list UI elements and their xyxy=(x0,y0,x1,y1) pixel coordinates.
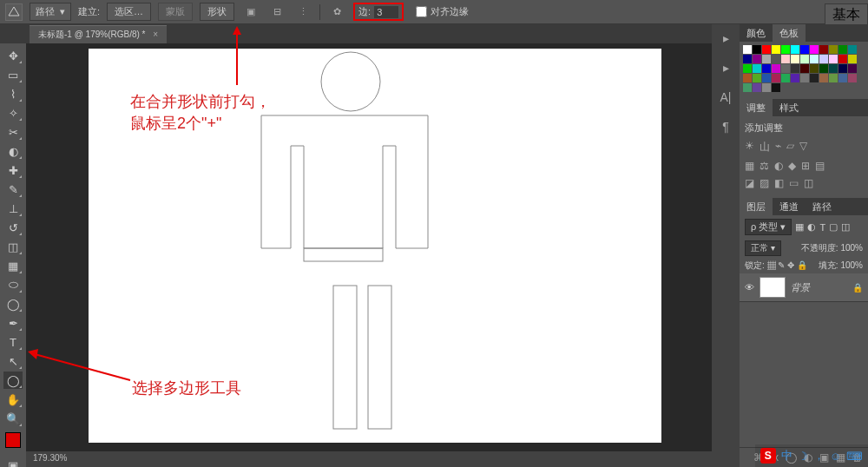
swatch[interactable] xyxy=(838,74,847,82)
dock-paragraph-icon[interactable]: ¶ xyxy=(717,118,734,135)
tab-paths[interactable]: 路径 xyxy=(806,198,838,216)
ime-lang[interactable]: 中 xyxy=(781,448,792,464)
swatch[interactable] xyxy=(753,55,761,63)
path-select-tool[interactable]: ↖ xyxy=(3,352,23,370)
adj-exposure-icon[interactable]: ▱ xyxy=(786,140,794,155)
adj-mixer-icon[interactable]: ⊞ xyxy=(801,160,810,172)
adj-poster-icon[interactable]: ▨ xyxy=(760,177,769,189)
document-tab[interactable]: 未标题-1 @ 179%(RGB/8) * × xyxy=(30,25,167,43)
dodge-tool[interactable]: ◯ xyxy=(3,295,23,312)
stamp-tool[interactable]: ⊥ xyxy=(3,200,23,217)
opacity-value[interactable]: 100% xyxy=(840,243,863,253)
swatch[interactable] xyxy=(762,64,771,73)
swatch[interactable] xyxy=(772,64,780,73)
swatch[interactable] xyxy=(791,74,799,82)
move-tool[interactable]: ✥ xyxy=(3,47,23,64)
swatch[interactable] xyxy=(848,64,857,73)
swatch[interactable] xyxy=(743,55,752,63)
adj-bw-icon[interactable]: ◐ xyxy=(774,160,783,172)
swatch[interactable] xyxy=(819,55,828,63)
workspace-basic-button[interactable]: 基本 xyxy=(825,3,868,27)
swatch[interactable] xyxy=(848,55,857,63)
adj-brightness-icon[interactable]: ☀ xyxy=(745,140,754,155)
swatch[interactable] xyxy=(762,74,771,82)
swatch[interactable] xyxy=(838,64,847,73)
swatch[interactable] xyxy=(829,74,838,82)
swatch[interactable] xyxy=(753,45,761,54)
adj-lookup-icon[interactable]: ▤ xyxy=(815,160,825,172)
filter-smart-icon[interactable]: ◫ xyxy=(841,221,850,233)
heal-tool[interactable]: ✚ xyxy=(3,161,23,179)
swatch[interactable] xyxy=(810,64,819,73)
swatch[interactable] xyxy=(829,55,838,63)
polygon-shape-tool[interactable]: ◯ xyxy=(3,372,23,389)
swatch[interactable] xyxy=(772,74,780,82)
mode-dropdown[interactable]: 路径 ▾ xyxy=(30,3,71,21)
filter-shape-icon[interactable]: ▢ xyxy=(829,221,838,233)
swatch[interactable] xyxy=(810,55,819,63)
swatch[interactable] xyxy=(819,64,828,73)
swatch[interactable] xyxy=(838,45,847,54)
lock-pos-icon[interactable]: ✥ xyxy=(787,260,794,270)
swatch[interactable] xyxy=(762,45,771,54)
eraser-tool[interactable]: ◫ xyxy=(3,238,23,255)
swatch[interactable] xyxy=(810,74,819,82)
layer-thumb[interactable] xyxy=(760,277,786,298)
blend-mode-select[interactable]: 正常 ▾ xyxy=(745,240,781,256)
history-brush-tool[interactable]: ↺ xyxy=(3,219,23,236)
tab-adjustments[interactable]: 调整 xyxy=(740,99,773,117)
swatch[interactable] xyxy=(762,55,771,63)
shape-button[interactable]: 形状 xyxy=(200,3,234,21)
swatch[interactable] xyxy=(743,64,752,73)
swatch[interactable] xyxy=(781,74,790,82)
ime-moon-icon[interactable]: ☽ xyxy=(798,450,808,463)
swatch[interactable] xyxy=(781,55,790,63)
lasso-tool[interactable]: ⌇ xyxy=(3,85,23,102)
path-align-icon[interactable]: ⊟ xyxy=(267,4,286,20)
lock-icon[interactable]: 🔒 xyxy=(852,283,863,293)
quickmask-toggle[interactable]: ▣ xyxy=(3,457,23,467)
ime-face-icon[interactable]: ☺ xyxy=(830,450,841,463)
swatch[interactable] xyxy=(810,45,819,54)
adj-balance-icon[interactable]: ⚖ xyxy=(760,160,769,172)
swatch[interactable] xyxy=(772,45,780,54)
tab-color[interactable]: 颜色 xyxy=(740,24,773,43)
adj-photo-icon[interactable]: ◆ xyxy=(788,160,796,172)
brush-tool[interactable]: ✎ xyxy=(3,181,23,198)
sides-input[interactable] xyxy=(374,6,398,18)
filter-adjust-icon[interactable]: ◐ xyxy=(807,221,816,233)
tab-layers[interactable]: 图层 xyxy=(740,198,773,216)
hand-tool[interactable]: ✋ xyxy=(3,391,23,408)
swatch[interactable] xyxy=(743,74,752,82)
lock-paint-icon[interactable]: ✎ xyxy=(778,260,785,270)
ime-sogou-icon[interactable]: S xyxy=(760,448,776,464)
fill-value[interactable]: 100% xyxy=(840,260,863,270)
lock-all-icon[interactable]: 🔒 xyxy=(797,260,807,270)
foreground-color[interactable] xyxy=(5,432,21,448)
swatch[interactable] xyxy=(743,45,752,54)
swatch[interactable] xyxy=(848,74,857,82)
layer-background[interactable]: 👁 背景 🔒 xyxy=(740,273,868,302)
gear-icon[interactable]: ✿ xyxy=(327,4,346,20)
adj-hue-icon[interactable]: ▦ xyxy=(745,160,754,172)
blur-tool[interactable]: ⬭ xyxy=(3,276,23,293)
marquee-tool[interactable]: ▭ xyxy=(3,66,23,83)
adj-curves-icon[interactable]: ⌁ xyxy=(775,140,781,155)
selection-button[interactable]: 选区… xyxy=(107,3,151,21)
adj-thresh-icon[interactable]: ◧ xyxy=(774,177,784,189)
swatch[interactable] xyxy=(800,45,809,54)
swatch[interactable] xyxy=(800,55,809,63)
swatch[interactable] xyxy=(753,64,761,73)
path-arrange-icon[interactable]: ⋮ xyxy=(293,4,312,20)
eye-icon[interactable]: 👁 xyxy=(745,282,754,293)
swatch[interactable] xyxy=(791,64,799,73)
filter-pixel-icon[interactable]: ▦ xyxy=(795,221,804,233)
type-tool[interactable]: T xyxy=(3,333,23,351)
adj-gradmap-icon[interactable]: ▭ xyxy=(789,177,799,189)
swatch[interactable] xyxy=(848,45,857,54)
swatch[interactable] xyxy=(829,45,838,54)
filter-type-icon[interactable]: T xyxy=(819,222,825,233)
eyedropper-tool[interactable]: ◐ xyxy=(3,142,23,160)
tab-styles[interactable]: 样式 xyxy=(773,99,806,117)
swatch[interactable] xyxy=(791,45,799,54)
